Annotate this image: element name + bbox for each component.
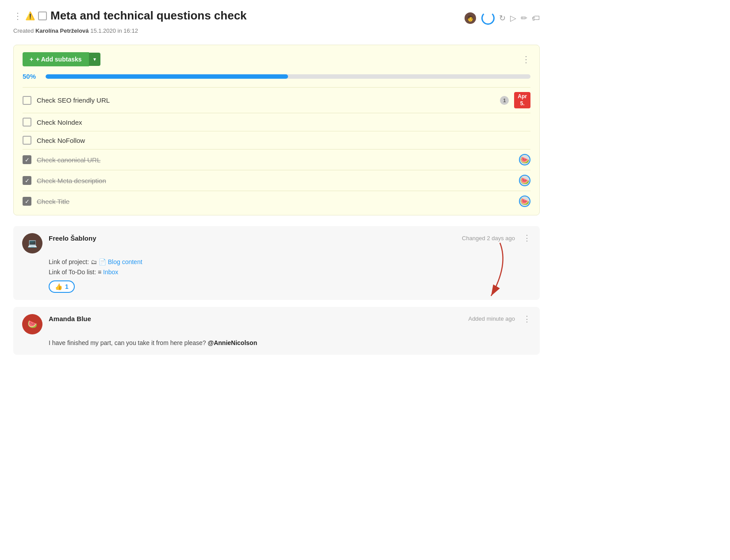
subtask-item: Check NoFollow [23,131,530,149]
watermelon-avatar-icon: 🍉 [520,156,529,164]
comment-header-amanda: 🍉 Amanda Blue Added minute ago ⋮ [22,314,531,334]
comment-amanda: 🍉 Amanda Blue Added minute ago ⋮ I have … [13,307,540,355]
tag-icon[interactable]: 🏷 [532,14,540,23]
comment-meta-freelo: Freelo Šablony Changed 2 days ago ⋮ [49,233,531,243]
subtask-label-seo-url: Check SEO friendly URL [37,96,495,104]
warning-icon: ⚠️ [25,11,35,21]
task-complete-checkbox[interactable] [38,12,47,20]
comment-author-amanda: Amanda Blue [49,315,91,322]
add-subtasks-label: + Add subtasks [36,56,81,63]
comment-header-freelo: 💻 Freelo Šablony Changed 2 days ago ⋮ [22,233,531,253]
subtask-item: Check Meta description 🍉 [23,170,530,191]
inbox-link[interactable]: Inbox [103,268,118,276]
subtasks-header: + + Add subtasks ▾ ⋮ [23,52,530,66]
body-prefix-1: Link of project: [49,258,91,265]
watermelon-avatar-icon: 🍉 [520,176,529,185]
progress-bar-fill [46,74,288,79]
progress-bar-background [46,74,530,79]
created-by: Karolína Petrželová [35,27,89,34]
subtask-checkbox-meta-desc[interactable] [23,176,31,185]
subtask-label-noindex: Check NoIndex [37,119,530,126]
subtask-avatar-canonical: 🍉 [519,154,530,165]
reaction-count-freelo: 1 [65,283,69,290]
comment-more-icon-freelo[interactable]: ⋮ [523,233,531,243]
file-icon: 📄 [99,258,106,265]
comment-body-line1: Link of project: 🗂 📄 Blog content [49,257,531,267]
subtask-checkbox-noindex[interactable] [23,118,31,127]
comment-meta-amanda: Amanda Blue Added minute ago ⋮ [49,314,531,324]
progress-label: 50% [23,73,40,80]
comment-body-amanda: I have finished my part, can you take it… [49,338,531,348]
folder-icon: 🗂 [91,258,97,265]
subtask-avatar-title: 🍉 [519,196,530,207]
comment-time-right-freelo: Changed 2 days ago ⋮ [462,233,531,243]
subtask-item: Check Title 🍉 [23,191,530,211]
subtasks-more-icon[interactable]: ⋮ [522,54,530,65]
comment-header-row-freelo: Freelo Šablony Changed 2 days ago ⋮ [49,233,531,243]
thumbs-up-icon: 👍 [55,283,62,290]
comment-body-freelo: Link of project: 🗂 📄 Blog content Link o… [49,257,531,277]
title-actions: 🧑 ↻ ▷ ✏ 🏷 [464,12,540,25]
progress-container: 50% [23,73,530,80]
subtask-label-title: Check Title [37,198,514,205]
task-title: Meta and technical questions check [50,9,460,23]
edit-icon[interactable]: ✏ [521,13,527,23]
created-date: 15.1.2020 [90,27,116,34]
add-subtasks-button[interactable]: + + Add subtasks [23,52,89,66]
date-badge-day: 5. [518,100,527,107]
blog-content-link[interactable]: Blog content [108,258,142,265]
avatar-amanda: 🍉 [22,314,42,334]
comment-text-amanda: I have finished my part, can you take it… [49,339,206,346]
comment-author-freelo: Freelo Šablony [49,234,96,242]
subtask-label-nofollow: Check NoFollow [37,137,530,144]
header-icon-group: ⋮ ⚠️ [13,11,47,21]
progress-circle-icon [481,12,495,25]
add-subtasks-btn-group: + + Add subtasks ▾ [23,52,100,66]
subtask-avatar-meta-desc: 🍉 [519,175,530,186]
comment-time-amanda: Added minute ago [468,315,515,322]
plus-icon: + [30,56,33,63]
refresh-icon[interactable]: ↻ [499,13,506,23]
comment-time-right-amanda: Added minute ago ⋮ [468,314,531,324]
comment-body-line2: Link of To-Do list: ≡ Inbox [49,267,531,277]
task-header: ⋮ ⚠️ Meta and technical questions check … [13,9,540,25]
comment-time-freelo: Changed 2 days ago [462,235,515,242]
subtask-checkbox-nofollow[interactable] [23,136,31,145]
subtask-label-meta-desc: Check Meta description [37,177,514,184]
task-meta: Created Karolína Petrželová 15.1.2020 in… [13,27,540,34]
comment-more-icon-amanda[interactable]: ⋮ [523,314,531,324]
subtask-label-canonical: Check canonical URL [37,156,514,164]
created-time: 16:12 [123,27,138,34]
subtask-checkbox-seo-url[interactable] [23,96,31,105]
list-icon: ≡ [98,268,101,276]
subtask-checkbox-title[interactable] [23,197,31,206]
avatar-freelo: 💻 [22,233,42,253]
dots-menu-icon[interactable]: ⋮ [13,11,22,21]
subtask-checkbox-canonical[interactable] [23,155,31,164]
subtask-item: Check NoIndex [23,113,530,131]
add-subtasks-dropdown-button[interactable]: ▾ [89,53,100,66]
avatar-assignee[interactable]: 🧑 [464,12,477,25]
mention-annie: @AnnieNicolson [208,339,257,346]
subtask-item: Check SEO friendly URL 1 Apr 5. [23,87,530,113]
subtask-badge-seo-url: 1 [500,96,509,105]
comment-header-row-amanda: Amanda Blue Added minute ago ⋮ [49,314,531,324]
subtask-item: Check canonical URL 🍉 [23,149,530,170]
comment-freelo: 💻 Freelo Šablony Changed 2 days ago ⋮ Li… [13,226,540,300]
reaction-button-freelo[interactable]: 👍 1 [49,280,75,293]
body-prefix-2: Link of To-Do list: [49,268,98,276]
date-badge-month: Apr [518,93,527,100]
subtasks-panel: + + Add subtasks ▾ ⋮ 50% Check SEO frien… [13,45,540,215]
play-icon[interactable]: ▷ [510,13,516,23]
date-badge-seo-url[interactable]: Apr 5. [514,92,530,108]
watermelon-avatar-icon: 🍉 [520,197,529,206]
